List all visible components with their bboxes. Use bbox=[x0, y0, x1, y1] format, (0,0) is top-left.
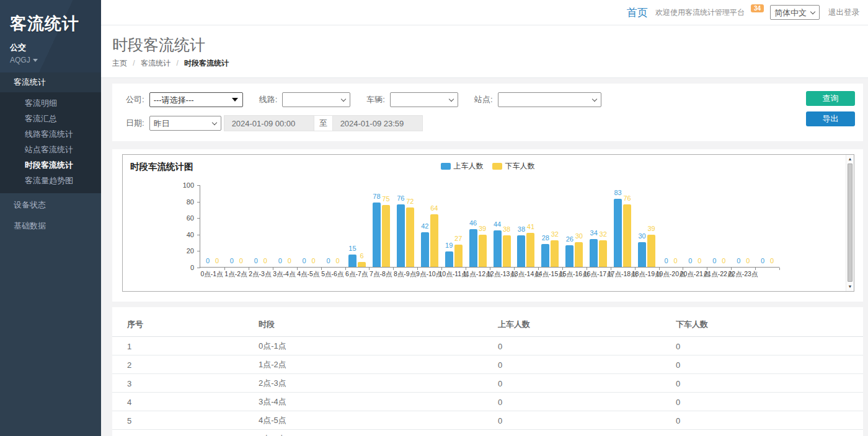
chart-title: 时段车流统计图 bbox=[130, 162, 193, 172]
breadcrumb-section[interactable]: 客流统计 bbox=[141, 59, 170, 68]
breadcrumb-home[interactable]: 主页 bbox=[112, 59, 127, 68]
bar-value-label: 19 bbox=[445, 242, 453, 249]
table-cell: 0 bbox=[493, 393, 671, 411]
x-axis-label: 10点-11点 bbox=[441, 270, 466, 279]
x-axis-labels: 0点-1点1点-2点2点-3点3点-4点4点-5点5点-6点6点-7点7点-8点… bbox=[200, 270, 779, 279]
bar-chart: 0204060801000000000000001567875767242641… bbox=[200, 185, 779, 268]
bar-value-label: 30 bbox=[575, 232, 583, 240]
scrollbar-thumb[interactable] bbox=[848, 164, 852, 282]
bar: 76 bbox=[397, 204, 405, 267]
table-cell: 4 bbox=[112, 393, 254, 411]
sidebar-subitem[interactable]: 客流明细 bbox=[0, 95, 101, 111]
table-cell: 2 bbox=[112, 355, 254, 374]
bar-group: 2630 bbox=[562, 185, 587, 267]
breadcrumb-separator: / bbox=[133, 59, 135, 68]
breadcrumb-current: 时段客流统计 bbox=[184, 59, 229, 68]
bar: 26 bbox=[565, 245, 574, 267]
user-name: AQGJ bbox=[10, 56, 30, 64]
bar-value-label: 39 bbox=[479, 225, 486, 232]
sidebar-subitem[interactable]: 站点客流统计 bbox=[0, 142, 101, 157]
main-area: 首页 欢迎使用客流统计管理平台 34 简体中文 退出登录 时段客流统计 主页 /… bbox=[101, 0, 868, 436]
bar-value-label: 0 bbox=[698, 257, 701, 264]
sidebar-item-device-status[interactable]: 设备状态 bbox=[0, 194, 101, 216]
sidebar-brand-area: 客流统计 公交 AQGJ bbox=[0, 0, 101, 72]
legend-item[interactable]: 上车人数 bbox=[441, 161, 484, 172]
bar-value-label: 72 bbox=[406, 198, 414, 205]
legend-swatch bbox=[492, 163, 502, 170]
bar-value-label: 28 bbox=[542, 234, 549, 242]
language-select[interactable]: 简体中文 bbox=[770, 5, 820, 20]
x-axis-label: 16点-17点 bbox=[586, 270, 610, 279]
table-cell: 0 bbox=[671, 393, 863, 411]
x-axis-label: 6点-7点 bbox=[345, 270, 369, 279]
x-axis-label: 1点-2点 bbox=[224, 270, 248, 279]
table-row: 21点-2点00 bbox=[112, 355, 863, 374]
x-axis-label: 14点-15点 bbox=[538, 270, 562, 279]
notification-badge[interactable]: 34 bbox=[751, 4, 764, 12]
search-button[interactable]: 查询 bbox=[806, 91, 855, 106]
bar-group: 4438 bbox=[490, 185, 514, 267]
bar-value-label: 0 bbox=[303, 257, 306, 264]
bar-value-label: 76 bbox=[397, 194, 404, 202]
company-select[interactable]: ---请选择--- bbox=[149, 92, 243, 107]
bar-value-label: 0 bbox=[327, 257, 330, 264]
date-preset-select[interactable]: 昨日 bbox=[149, 116, 221, 131]
date-from-input[interactable]: 2024-01-09 00:00 bbox=[224, 115, 314, 131]
bar: 42 bbox=[421, 232, 429, 267]
date-label: 日期: bbox=[126, 118, 144, 129]
bar: 78 bbox=[373, 203, 381, 267]
logout-link[interactable]: 退出登录 bbox=[828, 7, 859, 18]
scroll-up-icon[interactable]: ▲ bbox=[846, 155, 854, 163]
hourly-stats-table: 序号时段上车人数下车人数 10点-1点0021点-2点0032点-3点0043点… bbox=[112, 312, 863, 436]
bar-group: 00 bbox=[249, 185, 273, 267]
breadcrumb-separator: / bbox=[176, 59, 178, 68]
legend-label: 上车人数 bbox=[454, 161, 484, 172]
app-logo: 客流统计 bbox=[10, 12, 101, 35]
bar-group: 2832 bbox=[538, 185, 562, 267]
bar-group: 7875 bbox=[369, 185, 393, 267]
sidebar-subitem[interactable]: 客流汇总 bbox=[0, 111, 101, 126]
bar-value-label: 26 bbox=[566, 235, 574, 243]
bar-value-label: 15 bbox=[348, 245, 356, 252]
bar: 6 bbox=[358, 262, 366, 267]
page-heading: 时段客流统计 主页 / 客流统计 / 时段客流统计 bbox=[101, 25, 868, 78]
table-header-row: 序号时段上车人数下车人数 bbox=[112, 312, 863, 337]
topbar: 首页 欢迎使用客流统计管理平台 34 简体中文 退出登录 bbox=[101, 0, 868, 25]
sidebar-item-passenger-stats[interactable]: 客流统计 bbox=[0, 72, 101, 92]
table-body: 10点-1点0021点-2点0032点-3点0043点-4点0054点-5点00… bbox=[112, 337, 863, 436]
sidebar-subitem[interactable]: 线路客流统计 bbox=[0, 126, 101, 142]
table-header-cell: 序号 bbox=[112, 312, 254, 337]
sidebar-subitem[interactable]: 时段客流统计 bbox=[0, 157, 101, 173]
bar-value-label: 0 bbox=[254, 257, 258, 264]
x-axis-label: 9点-10点 bbox=[417, 270, 441, 279]
export-button[interactable]: 导出 bbox=[806, 111, 855, 126]
bar-value-label: 78 bbox=[373, 193, 380, 200]
sidebar-item-base-data[interactable]: 基础数据 bbox=[0, 216, 101, 237]
date-to-input[interactable]: 2024-01-09 23:59 bbox=[332, 115, 423, 131]
table-cell: 4点-5点 bbox=[254, 411, 493, 430]
table-cell: 3点-4点 bbox=[254, 393, 493, 411]
user-dropdown[interactable]: AQGJ bbox=[10, 56, 101, 64]
chart-scrollbar[interactable]: ▲ ▼ bbox=[846, 155, 854, 291]
table-cell: 0 bbox=[493, 430, 671, 436]
legend-item[interactable]: 下车人数 bbox=[492, 161, 535, 172]
scroll-down-icon[interactable]: ▼ bbox=[846, 283, 854, 290]
line-select[interactable] bbox=[282, 92, 350, 107]
bar: 46 bbox=[469, 229, 477, 267]
bar: 30 bbox=[638, 242, 646, 267]
bar-group: 00 bbox=[731, 185, 755, 267]
sidebar-subitem[interactable]: 客流量趋势图 bbox=[0, 173, 101, 188]
table-row: 43点-4点00 bbox=[112, 393, 863, 411]
table-cell: 0 bbox=[493, 337, 671, 355]
x-axis-label: 2点-3点 bbox=[248, 270, 272, 279]
bar: 44 bbox=[494, 230, 502, 267]
x-axis-label: 17点-18点 bbox=[610, 270, 634, 279]
table-cell: 0 bbox=[671, 337, 863, 355]
station-select[interactable] bbox=[498, 92, 601, 107]
bar-value-label: 75 bbox=[382, 195, 389, 203]
station-label: 站点: bbox=[474, 94, 493, 105]
home-link[interactable]: 首页 bbox=[627, 6, 648, 20]
x-axis-label: 19点-20点 bbox=[658, 270, 683, 279]
vehicle-select[interactable] bbox=[390, 92, 458, 107]
table-cell: 5 bbox=[112, 411, 254, 430]
